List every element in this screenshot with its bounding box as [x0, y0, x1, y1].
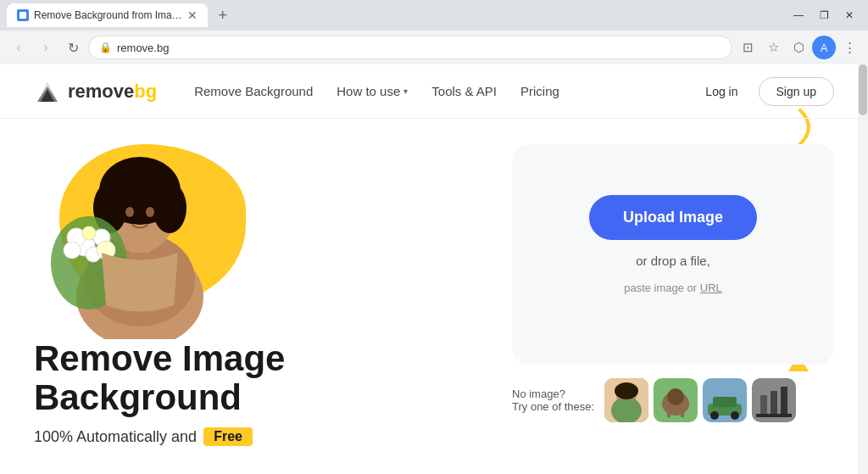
nav-link-how-to-use[interactable]: How to use ▾: [326, 77, 418, 105]
new-tab-button[interactable]: +: [211, 3, 235, 27]
logo-icon: [34, 78, 61, 105]
svg-point-10: [125, 207, 134, 217]
logo[interactable]: removebg: [34, 78, 157, 105]
svg-rect-37: [760, 395, 767, 415]
close-button[interactable]: ✕: [837, 6, 861, 25]
sample-images-row: No image? Try one of these:: [512, 365, 834, 422]
nav-link-pricing[interactable]: Pricing: [510, 77, 570, 105]
browser-toolbar: ‹ › ↻ 🔒 remove.bg ⊡ ☆ ⬡ A ⋮: [0, 31, 868, 64]
svg-point-35: [731, 411, 739, 420]
browser-chrome: Remove Background from Ima… ✕ + — ❐ ✕ ‹ …: [0, 0, 868, 64]
svg-rect-39: [781, 387, 787, 415]
free-badge: Free: [203, 427, 253, 446]
tab-favicon: [17, 9, 29, 21]
sample-thumb-1[interactable]: [604, 378, 648, 422]
svg-point-17: [64, 242, 81, 259]
reload-button[interactable]: ↻: [61, 36, 85, 59]
scrollbar[interactable]: [858, 64, 868, 474]
svg-point-28: [667, 388, 684, 405]
minimize-button[interactable]: —: [787, 6, 810, 25]
hero-subtitle: 100% Automatically and Free: [34, 427, 495, 446]
sample-label: No image? Try one of these:: [512, 388, 594, 413]
browser-tab[interactable]: Remove Background from Ima… ✕: [7, 3, 208, 27]
tab-title: Remove Background from Ima…: [34, 9, 182, 21]
browser-titlebar: Remove Background from Ima… ✕ + — ❐ ✕: [0, 0, 868, 31]
lock-icon: 🔒: [99, 42, 112, 53]
sample-thumb-4[interactable]: [752, 378, 796, 422]
chevron-down-icon: ▾: [403, 86, 408, 96]
upload-card: Upload Image or drop a file, paste image…: [512, 144, 834, 365]
hero-section: Remove Image Background 100% Automatical…: [0, 119, 868, 446]
nav-link-tools-api[interactable]: Tools & API: [421, 77, 507, 105]
maximize-button[interactable]: ❐: [812, 6, 836, 25]
cast-icon[interactable]: ⊡: [736, 36, 760, 59]
svg-rect-38: [771, 391, 777, 415]
sample-thumb-2[interactable]: [654, 378, 698, 422]
window-controls: — ❐ ✕: [787, 6, 861, 25]
website-content: removebg Remove Background How to use ▾ …: [0, 64, 868, 474]
paste-text: paste image or URL: [624, 282, 722, 294]
address-bar[interactable]: 🔒 remove.bg: [88, 36, 732, 59]
svg-rect-30: [681, 409, 684, 417]
main-nav: removebg Remove Background How to use ▾ …: [0, 64, 868, 119]
hero-left: Remove Image Background 100% Automatical…: [34, 119, 495, 446]
svg-rect-29: [667, 409, 670, 417]
extensions-icon[interactable]: ⬡: [787, 36, 810, 59]
svg-rect-33: [713, 397, 737, 407]
hero-title: Remove Image Background: [34, 339, 495, 417]
svg-point-9: [153, 182, 186, 233]
hero-text: Remove Image Background 100% Automatical…: [34, 331, 495, 446]
address-text: remove.bg: [117, 42, 169, 54]
bookmark-icon[interactable]: ☆: [761, 36, 785, 59]
signup-button[interactable]: Sign up: [759, 77, 834, 106]
login-button[interactable]: Log in: [692, 78, 751, 105]
nav-actions: Log in Sign up: [692, 77, 834, 106]
upload-image-button[interactable]: Upload Image: [589, 195, 757, 240]
nav-links: Remove Background How to use ▾ Tools & A…: [184, 77, 692, 105]
url-link[interactable]: URL: [700, 282, 722, 294]
back-button[interactable]: ‹: [7, 36, 31, 59]
sample-thumb-3[interactable]: [703, 378, 747, 422]
tab-close-icon[interactable]: ✕: [187, 8, 198, 22]
menu-icon[interactable]: ⋮: [837, 36, 861, 59]
drop-text: or drop a file,: [636, 254, 710, 268]
svg-point-11: [146, 207, 154, 217]
svg-point-34: [710, 411, 719, 420]
forward-button[interactable]: ›: [34, 36, 58, 59]
svg-rect-40: [756, 414, 792, 417]
svg-point-19: [82, 226, 96, 240]
profile-button[interactable]: A: [812, 36, 836, 59]
hero-person-image: [42, 136, 237, 339]
hero-right: Upload Image or drop a file, paste image…: [512, 119, 834, 422]
toolbar-actions: ⊡ ☆ ⬡ A ⋮: [736, 36, 861, 59]
svg-point-25: [615, 382, 638, 399]
sample-image-list: [604, 378, 796, 422]
nav-link-remove-background[interactable]: Remove Background: [184, 77, 323, 105]
logo-text: removebg: [68, 81, 157, 103]
